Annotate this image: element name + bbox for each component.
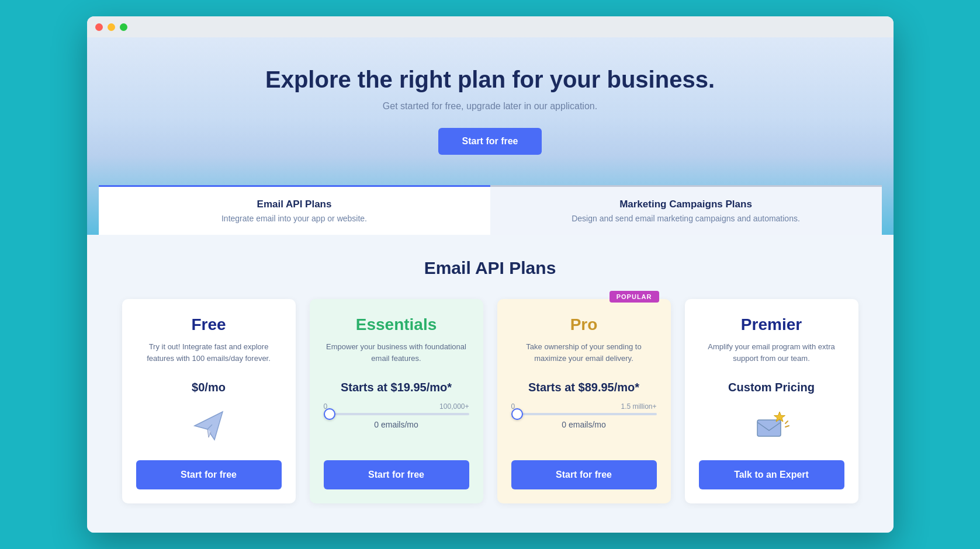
plan-btn-pro[interactable]: Start for free [511,460,657,489]
plan-name-pro: Pro [511,315,657,334]
tab-marketing[interactable]: Marketing Campaigns Plans Design and sen… [490,185,882,235]
plan-card-premier: Premier Amplify your email program with … [685,299,858,503]
hero-section: Explore the right plan for your business… [87,37,894,235]
plan-icon-premier [699,407,844,451]
plan-price-premier: Custom Pricing [699,381,844,394]
tab-email-api-label: Email API Plans [116,199,473,210]
slider-thumb-pro[interactable] [511,408,523,420]
slider-labels-essentials: 0 100,000+ [324,402,469,411]
plan-btn-premier[interactable]: Talk to an Expert [699,460,844,489]
popular-badge: POPULAR [610,291,659,303]
content-area: Email API Plans Free Try it out! Integra… [87,235,894,533]
plan-desc-free: Try it out! Integrate fast and explore f… [136,341,282,371]
plan-name-essentials: Essentials [324,315,469,334]
app-window: Explore the right plan for your business… [87,16,894,533]
slider-labels-pro: 0 1.5 million+ [511,402,657,411]
slider-pro: 0 1.5 million+ 0 emails/mo [511,402,657,429]
plan-icon-free [136,407,282,451]
plan-card-essentials: Essentials Empower your business with fo… [310,299,483,503]
slider-thumb-essentials[interactable] [324,408,335,420]
plan-name-premier: Premier [699,315,844,334]
slider-value-pro: 0 emails/mo [511,420,657,429]
tab-marketing-label: Marketing Campaigns Plans [508,199,864,210]
tab-email-api[interactable]: Email API Plans Integrate email into you… [99,185,490,235]
plan-desc-premier: Amplify your email program with extra su… [699,341,844,371]
plans-grid: Free Try it out! Integrate fast and expl… [122,299,858,503]
slider-value-essentials: 0 emails/mo [324,420,469,429]
plan-btn-essentials[interactable]: Start for free [324,460,469,489]
tab-marketing-desc: Design and send email marketing campaign… [508,214,864,223]
hero-subtitle: Get started for free, upgrade later in o… [99,101,882,112]
maximize-dot[interactable] [120,23,127,31]
tab-email-api-desc: Integrate email into your app or website… [116,214,473,223]
slider-max-essentials: 100,000+ [439,402,469,411]
plan-card-free: Free Try it out! Integrate fast and expl… [122,299,296,503]
slider-essentials: 0 100,000+ 0 emails/mo [324,402,469,429]
minimize-dot[interactable] [108,23,115,31]
plan-price-free: $0/mo [136,381,282,394]
plan-tabs: Email API Plans Integrate email into you… [99,185,882,235]
slider-max-pro: 1.5 million+ [621,402,656,411]
slider-track-essentials [324,413,469,415]
svg-rect-0 [757,420,781,436]
plan-name-free: Free [136,315,282,334]
plan-price-pro: Starts at $89.95/mo* [511,381,657,394]
plan-card-pro: POPULAR Pro Take ownership of your sendi… [497,299,671,503]
hero-title: Explore the right plan for your business… [99,67,882,93]
plan-btn-free[interactable]: Start for free [136,460,282,489]
slider-track-pro [511,413,657,415]
plan-price-essentials: Starts at $19.95/mo* [324,381,469,394]
section-title: Email API Plans [122,258,858,278]
close-dot[interactable] [95,23,103,31]
hero-cta-button[interactable]: Start for free [438,128,541,155]
window-titlebar [87,16,894,37]
plan-desc-essentials: Empower your business with foundational … [324,341,469,371]
plan-desc-pro: Take ownership of your sending to maximi… [511,341,657,371]
